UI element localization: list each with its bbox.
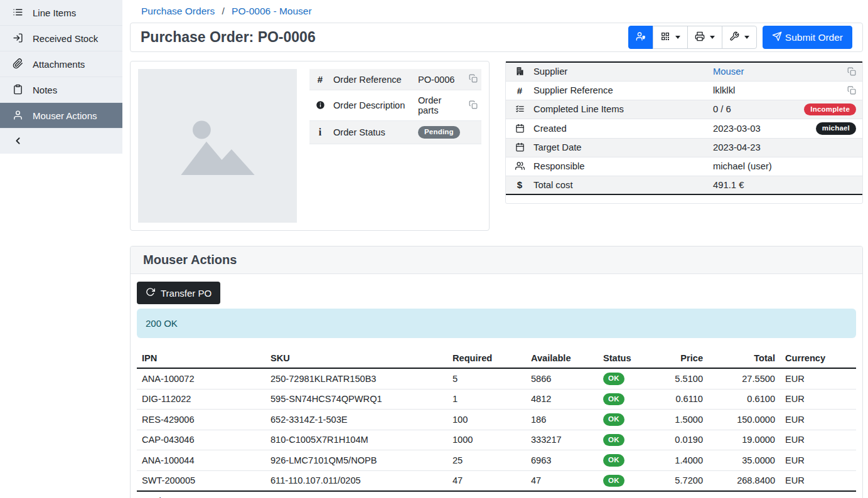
paperclip-icon — [13, 58, 24, 70]
order-actions-button[interactable] — [722, 26, 757, 49]
responsible-row: Responsible michael (user) — [506, 157, 862, 176]
field-label: Target Date — [527, 138, 707, 157]
page-title: Purchase Order: PO-0006 — [141, 29, 316, 46]
hash-icon: # — [517, 85, 522, 96]
cell-total: 0.6100 — [708, 389, 780, 410]
chevron-left-icon — [13, 135, 24, 147]
chevron-down-icon — [675, 36, 680, 39]
col-header-ipn: IPN — [137, 349, 265, 368]
tools-icon — [729, 31, 739, 43]
field-label: Order Description — [331, 90, 415, 121]
cell-available: 5866 — [526, 368, 598, 389]
cell-currency: EUR — [780, 389, 856, 410]
sidebar-item-line-items[interactable]: Line Items — [0, 0, 122, 26]
cell-ipn: ANA-100072 — [137, 368, 265, 389]
dollar-icon: $ — [517, 179, 522, 190]
order-status-row: i Order Status Pending — [309, 121, 481, 144]
field-value: 2023-04-23 — [707, 138, 862, 157]
cell-available: 4812 — [526, 389, 598, 410]
field-value: PO-0006 — [415, 69, 465, 90]
sidebar-item-label: Received Stock — [33, 33, 98, 44]
col-header-total: Total — [708, 349, 780, 368]
breadcrumb-link-purchase-orders[interactable]: Purchase Orders — [141, 6, 215, 16]
barcode-actions-button[interactable] — [653, 26, 688, 49]
image-placeholder-icon — [178, 110, 258, 182]
field-value: lklklkl — [713, 85, 735, 95]
cell-currency: EUR — [780, 368, 856, 389]
user-badge: michael — [816, 122, 856, 135]
cell-required: 1000 — [447, 430, 526, 450]
parts-row: DIG-112022 595-SN74HCS74QPWRQ1 1 4812 OK… — [137, 389, 856, 410]
created-row: Created 2023-03-03 michael — [506, 119, 862, 139]
cell-available: 333217 — [526, 430, 598, 450]
user-roles-button[interactable] — [628, 26, 653, 49]
cell-total: 268.8400 — [708, 470, 780, 491]
transfer-po-label: Transfer PO — [161, 288, 212, 299]
cell-price: 5.7200 — [664, 470, 708, 491]
cell-price: 1.5000 — [664, 410, 708, 430]
send-icon — [772, 31, 782, 44]
field-label: Order Status — [331, 121, 415, 144]
ok-badge: OK — [603, 373, 624, 385]
print-actions-button[interactable] — [687, 26, 722, 49]
transfer-po-button[interactable]: Transfer PO — [137, 282, 220, 304]
sidebar-item-received-stock[interactable]: Received Stock — [0, 26, 122, 51]
field-value: 0 / 6 — [713, 104, 731, 114]
target-date-row: Target Date 2023-04-23 — [506, 138, 862, 157]
footer-total-label: Total — [137, 491, 265, 498]
cell-currency: EUR — [780, 410, 856, 430]
panel-body: Transfer PO 200 OK IPN SKU Required — [131, 274, 862, 498]
parts-row: SWT-200005 611-110.107.011/0205 47 47 OK… — [137, 470, 856, 491]
cell-available: 186 — [526, 410, 598, 430]
cell-currency: EUR — [780, 450, 856, 471]
header-button-group — [628, 26, 757, 49]
hash-icon: # — [318, 74, 323, 85]
order-summary-card: # Order Reference PO-0006 — [130, 61, 490, 231]
supplier-link[interactable]: Mouser — [713, 66, 744, 77]
sidebar-item-notes[interactable]: Notes — [0, 77, 122, 103]
cell-ipn: RES-429006 — [137, 410, 265, 430]
list-icon — [13, 7, 24, 18]
submit-order-button[interactable]: Submit Order — [763, 26, 852, 49]
status-alert: 200 OK — [137, 309, 856, 338]
field-label: Supplier — [527, 62, 707, 81]
sidebar-item-mouser-actions[interactable]: Mouser Actions — [0, 103, 122, 129]
copy-icon[interactable] — [469, 100, 478, 109]
info-icon: i — [319, 127, 321, 138]
breadcrumb-link-current-order[interactable]: PO-0006 - Mouser — [232, 6, 312, 16]
field-label: Responsible — [527, 157, 707, 176]
order-info-table: # Order Reference PO-0006 — [309, 69, 481, 144]
col-header-available: Available — [526, 349, 598, 368]
cell-sku: 250-72981KLRATR150B3 — [265, 368, 447, 389]
copy-icon[interactable] — [847, 67, 856, 76]
sidebar-item-attachments[interactable]: Attachments — [0, 51, 122, 77]
building-icon — [515, 66, 525, 77]
field-label: Total cost — [527, 176, 707, 194]
page-header: Purchase Order: PO-0006 — [130, 23, 863, 52]
calendar-icon — [515, 124, 525, 134]
user-shield-icon — [636, 31, 646, 43]
field-label: Created — [527, 119, 707, 139]
parts-row: ANA-100044 926-LMC7101QM5/NOPB 25 6963 O… — [137, 450, 856, 471]
parts-row: RES-429006 652-3314Z-1-503E 100 186 OK 1… — [137, 410, 856, 430]
cell-price: 5.5100 — [664, 368, 708, 389]
chevron-down-icon — [710, 36, 715, 39]
cell-sku: 611-110.107.011/0205 — [265, 470, 447, 491]
app-window: Line Items Received Stock Attachments No… — [0, 0, 868, 498]
printer-icon — [695, 31, 705, 43]
col-header-sku: SKU — [265, 349, 447, 368]
sidebar-collapse-button[interactable] — [0, 129, 122, 154]
col-header-price: Price — [664, 349, 708, 368]
header-actions: Submit Order — [628, 26, 852, 49]
completed-line-items-row: Completed Line Items 0 / 6 Incomplete — [506, 100, 862, 119]
copy-icon[interactable] — [847, 86, 856, 95]
copy-icon[interactable] — [469, 74, 478, 83]
breadcrumb: Purchase Orders / PO-0006 - Mouser — [130, 3, 863, 23]
user-icon — [13, 110, 24, 121]
cell-sku: 926-LMC7101QM5/NOPB — [265, 450, 447, 471]
total-cost-row: $ Total cost 491.1 € — [506, 176, 862, 194]
field-label: Order Reference — [331, 69, 415, 90]
qrcode-icon — [660, 31, 670, 43]
incomplete-badge: Incomplete — [804, 103, 856, 116]
field-value: 491.1 € — [707, 176, 862, 194]
